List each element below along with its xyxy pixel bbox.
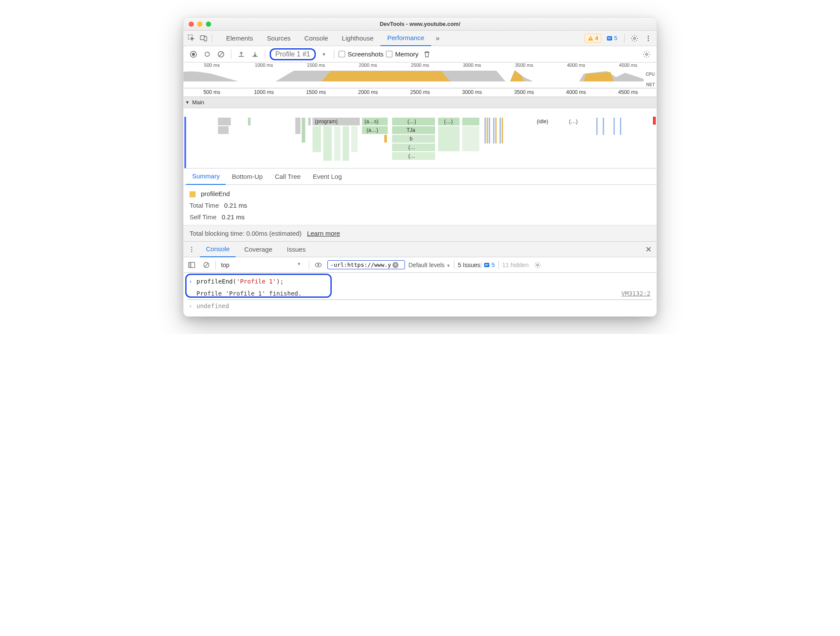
console-issues-link[interactable]: 5 Issues: 5: [458, 262, 495, 268]
checkbox-box: [386, 51, 392, 57]
console-output-source-link[interactable]: VM3132:2: [622, 289, 650, 298]
detail-tab-call-tree[interactable]: Call Tree: [269, 168, 307, 185]
window-minimize-button[interactable]: [197, 22, 202, 27]
flame-label: (program): [315, 118, 338, 125]
detail-tab-event-log[interactable]: Event Log: [307, 168, 348, 185]
separator: [215, 261, 216, 269]
window-zoom-button[interactable]: [206, 22, 211, 27]
drawer-close-button[interactable]: ✕: [643, 244, 654, 255]
reload-record-button[interactable]: [202, 49, 213, 60]
svg-point-61: [317, 264, 319, 266]
issues-badge[interactable]: 5: [604, 34, 620, 42]
device-toolbar-icon[interactable]: [198, 33, 209, 44]
separator: [624, 34, 625, 43]
more-icon[interactable]: [643, 33, 654, 44]
console-context-selector[interactable]: top ▼: [219, 261, 305, 269]
console-toolbar: top ▼ ✕ Default levels ▼ 5 Issues: 5 11 …: [184, 257, 656, 273]
console-filter-input[interactable]: [330, 262, 391, 268]
tab-sources[interactable]: Sources: [260, 31, 298, 46]
console-hidden-label: 11 hidden: [502, 262, 529, 268]
console-live-expression-icon[interactable]: [313, 259, 324, 271]
drawer-more-icon[interactable]: [186, 244, 197, 255]
chevron-down-icon: ▼: [446, 263, 451, 268]
detail-tab-bottom-up[interactable]: Bottom-Up: [226, 168, 269, 185]
ruler-tick: 4000 ms: [567, 62, 585, 68]
download-profile-button[interactable]: [249, 49, 261, 60]
summary-color-swatch: [190, 191, 196, 197]
svg-rect-35: [462, 126, 479, 151]
tab-elements[interactable]: Elements: [219, 31, 260, 46]
memory-checkbox[interactable]: Memory: [386, 50, 418, 58]
console-settings-icon[interactable]: [532, 259, 543, 271]
screenshots-checkbox[interactable]: Screenshots: [339, 50, 383, 58]
memory-label: Memory: [395, 50, 418, 58]
summary-total-label: Total Time: [190, 202, 219, 209]
console-filter[interactable]: ✕: [327, 260, 405, 269]
console-output-line: Profile 'Profile 1' finished. VM3132:2: [188, 287, 652, 299]
svg-rect-7: [608, 38, 610, 39]
upload-profile-button[interactable]: [236, 49, 247, 60]
svg-rect-44: [487, 118, 488, 143]
svg-point-9: [648, 35, 649, 37]
svg-rect-56: [189, 262, 191, 268]
flame-long-task-marker: [653, 117, 656, 125]
separator: [212, 34, 212, 43]
tabs-overflow-button[interactable]: »: [432, 33, 443, 44]
tbt-learn-more-link[interactable]: Learn more: [307, 230, 340, 237]
collapse-icon: ▼: [185, 100, 190, 105]
tab-performance[interactable]: Performance: [380, 31, 431, 46]
clear-button[interactable]: [215, 49, 227, 60]
settings-icon[interactable]: [629, 33, 640, 44]
console-filter-clear-icon[interactable]: ✕: [392, 262, 398, 268]
flame-label: b: [410, 136, 413, 142]
warnings-badge[interactable]: 4: [585, 34, 601, 43]
record-button[interactable]: [188, 49, 199, 60]
separator: [498, 261, 499, 269]
drawer-tab-console[interactable]: Console: [200, 242, 236, 257]
console-clear-button[interactable]: [201, 259, 212, 271]
drawer-tab-coverage[interactable]: Coverage: [238, 242, 278, 257]
screenshots-label: Screenshots: [348, 50, 383, 58]
svg-rect-45: [495, 118, 497, 143]
svg-rect-3: [590, 37, 591, 39]
flame-label: TJa: [407, 127, 415, 133]
console-body[interactable]: › profileEnd('Profile 1'); Profile 'Prof…: [184, 273, 656, 316]
console-levels-selector[interactable]: Default levels ▼: [408, 262, 451, 268]
flame-chart[interactable]: (program) (a…s) (a…) (…) TJa b (… (… (…)…: [184, 108, 656, 168]
console-input-arg: 'Profile 1': [236, 278, 277, 285]
delete-profile-button[interactable]: [421, 49, 432, 60]
console-sidebar-toggle-icon[interactable]: [186, 259, 197, 271]
window-titlebar: DevTools - www.youtube.com/: [184, 18, 656, 31]
window-traffic-lights: [189, 22, 211, 27]
console-return-caret-icon: ‹: [189, 301, 192, 311]
performance-settings-icon[interactable]: [641, 49, 652, 60]
window-close-button[interactable]: [189, 22, 194, 27]
separator: [309, 261, 309, 269]
svg-rect-19: [248, 118, 251, 125]
svg-point-13: [192, 53, 195, 56]
svg-rect-48: [323, 126, 332, 161]
issue-icon: [607, 35, 613, 41]
profile-dropdown-icon[interactable]: ▼: [318, 49, 330, 60]
svg-point-16: [646, 53, 647, 55]
tab-console[interactable]: Console: [298, 31, 335, 46]
summary-event-name: profileEnd: [201, 190, 230, 197]
inspect-element-icon[interactable]: [186, 33, 197, 44]
main-tabs: Elements Sources Console Lighthouse Perf…: [219, 31, 431, 46]
svg-rect-39: [500, 118, 501, 143]
drawer-tab-issues[interactable]: Issues: [281, 242, 311, 257]
summary-self-time: Self Time 0.21 ms: [190, 213, 650, 221]
profile-selector[interactable]: Profile 1 #1: [270, 48, 316, 60]
timeline-overview[interactable]: 500 ms 1000 ms 1500 ms 2000 ms 2500 ms 3…: [184, 62, 656, 88]
separator: [334, 50, 334, 59]
flame-section-label: Main: [192, 99, 204, 106]
flame-section-header[interactable]: ▼ Main: [184, 97, 656, 108]
detail-tab-summary[interactable]: Summary: [186, 168, 226, 185]
tab-lighthouse[interactable]: Lighthouse: [335, 31, 380, 46]
svg-rect-17: [218, 118, 231, 125]
flame-ruler[interactable]: 500 ms 1000 ms 1500 ms 2000 ms 2500 ms 3…: [184, 88, 656, 97]
svg-rect-26: [384, 135, 387, 143]
ruler-tick: 4500 ms: [618, 89, 638, 95]
flame-label: (…: [408, 153, 415, 159]
detail-tabs: Summary Bottom-Up Call Tree Event Log: [184, 168, 656, 185]
